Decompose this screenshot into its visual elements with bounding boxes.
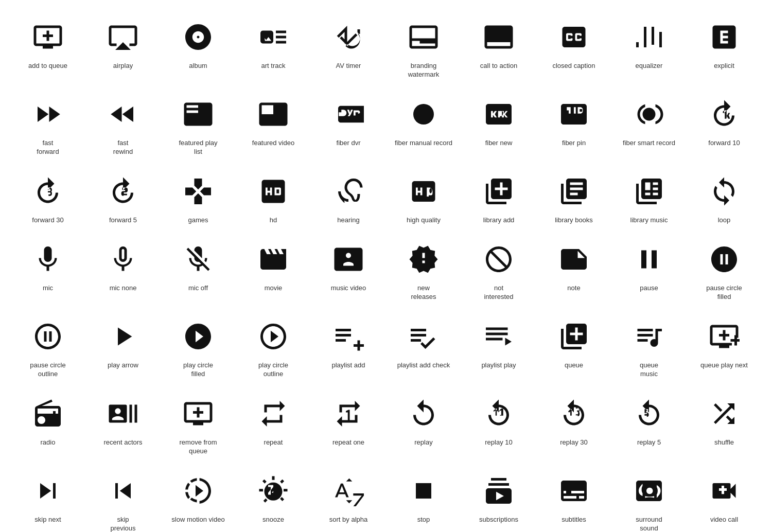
playlist-add-check-label: playlist add check [397, 361, 450, 370]
icon-cell-shuffle: shuffle [687, 387, 762, 464]
icon-cell-note: note [536, 233, 611, 310]
featured-play-list-icon [178, 94, 219, 135]
icon-cell-playlist-add-check: playlist add check [386, 310, 461, 387]
movie-label: movie [265, 284, 283, 293]
fast-rewind-icon [102, 94, 144, 135]
icon-cell-art-track: art track [236, 10, 311, 87]
icon-cell-playlist-play: playlist play [461, 310, 536, 387]
icon-cell-pause-circle-outline: pause circleoutline [10, 310, 85, 387]
replay-10-label: replay 10 [485, 438, 512, 447]
fiber-pin-icon [553, 94, 594, 135]
subtitles-label: subtitles [562, 516, 586, 524]
pause-circle-filled-icon [704, 239, 745, 280]
play-circle-outline-icon [253, 316, 294, 357]
skip-next-label: skip next [34, 516, 61, 524]
replay-icon [403, 393, 444, 434]
icon-cell-forward-5: forward 5 [85, 165, 161, 233]
new-releases-label: newreleases [411, 284, 436, 302]
sort-by-alpha-label: sort by alpha [329, 516, 367, 524]
art-track-label: art track [261, 62, 286, 70]
icon-cell-fiber-smart-record: fiber smart record [611, 87, 687, 165]
playlist-play-label: playlist play [481, 361, 516, 370]
mic-none-label: mic none [110, 284, 137, 293]
replay-30-icon [553, 393, 594, 434]
replay-5-icon [628, 393, 670, 434]
icon-cell-equalizer: equalizer [611, 10, 687, 87]
forward-5-icon [102, 171, 144, 212]
hearing-label: hearing [337, 216, 359, 225]
icon-cell-library-music: library music [611, 165, 687, 233]
explicit-label: explicit [714, 62, 734, 70]
skip-previous-icon [102, 470, 144, 511]
airplay-label: airplay [113, 62, 133, 70]
replay-10-icon [478, 393, 519, 434]
icon-cell-fiber-dvr: fiber dvr [311, 87, 386, 165]
playlist-add-check-icon [403, 316, 444, 357]
recent-actors-label: recent actors [103, 438, 142, 447]
icon-cell-slow-motion-video: slow motion video [161, 464, 236, 532]
icon-cell-library-books: library books [536, 165, 611, 233]
stop-label: stop [417, 516, 430, 524]
loop-icon [704, 171, 745, 212]
slow-motion-video-icon [178, 470, 219, 511]
skip-previous-label: skipprevious [110, 516, 135, 532]
queue-icon [553, 316, 594, 357]
branding-watermark-icon [403, 16, 444, 58]
icon-cell-replay: replay [386, 387, 461, 464]
pause-circle-filled-label: pause circlefilled [706, 284, 742, 302]
not-interested-label: notinterested [484, 284, 513, 302]
icon-cell-repeat-one: repeat one [311, 387, 386, 464]
icon-cell-mic-off: mic off [161, 233, 236, 310]
icon-cell-stop: stop [386, 464, 461, 532]
equalizer-label: equalizer [636, 62, 663, 70]
subscriptions-icon [478, 470, 519, 511]
fiber-dvr-icon [328, 94, 369, 135]
closed-caption-label: closed caption [552, 62, 595, 70]
mic-icon [27, 239, 68, 280]
play-circle-outline-label: play circleoutline [258, 361, 288, 379]
icon-cell-new-releases: newreleases [386, 233, 461, 310]
queue-play-next-icon [704, 316, 745, 357]
icon-cell-hearing: hearing [311, 165, 386, 233]
icon-cell-add-to-queue: add to queue [10, 10, 85, 87]
icon-cell-replay-30: replay 30 [536, 387, 611, 464]
hd-label: hd [270, 216, 277, 225]
icon-cell-library-add: library add [461, 165, 536, 233]
av-timer-icon [328, 16, 369, 58]
icon-cell-music-video: music video [311, 233, 386, 310]
high-quality-icon [403, 171, 444, 212]
play-circle-filled-icon [178, 316, 219, 357]
icon-cell-closed-caption: closed caption [536, 10, 611, 87]
icon-cell-play-circle-filled: play circlefilled [161, 310, 236, 387]
svg-point-0 [413, 104, 434, 125]
recent-actors-icon [102, 393, 144, 434]
icon-cell-forward-30: forward 30 [10, 165, 85, 233]
featured-play-list-label: featured playlist [179, 139, 217, 156]
shuffle-label: shuffle [714, 438, 734, 447]
note-label: note [567, 284, 580, 293]
forward-5-label: forward 5 [109, 216, 137, 225]
music-video-label: music video [331, 284, 366, 293]
icon-cell-high-quality: high quality [386, 165, 461, 233]
radio-icon [27, 393, 68, 434]
queue-label: queue [565, 361, 583, 370]
playlist-add-icon [328, 316, 369, 357]
icon-cell-snooze: snooze [236, 464, 311, 532]
icon-cell-mic: mic [10, 233, 85, 310]
icon-cell-loop: loop [687, 165, 762, 233]
replay-label: replay [414, 438, 432, 447]
add-to-queue-icon [27, 16, 68, 58]
fiber-new-icon [478, 94, 519, 135]
icon-cell-surround-sound: surroundsound [611, 464, 687, 532]
icon-cell-subtitles: subtitles [536, 464, 611, 532]
library-books-label: library books [555, 216, 593, 225]
icon-cell-repeat: repeat [236, 387, 311, 464]
sort-by-alpha-icon [328, 470, 369, 511]
queue-music-label: queuemusic [640, 361, 658, 379]
snooze-icon [253, 470, 294, 511]
icon-cell-play-arrow: play arrow [85, 310, 161, 387]
icon-cell-replay-10: replay 10 [461, 387, 536, 464]
fiber-dvr-label: fiber dvr [337, 139, 361, 148]
fiber-pin-label: fiber pin [562, 139, 586, 148]
album-label: album [189, 62, 207, 70]
